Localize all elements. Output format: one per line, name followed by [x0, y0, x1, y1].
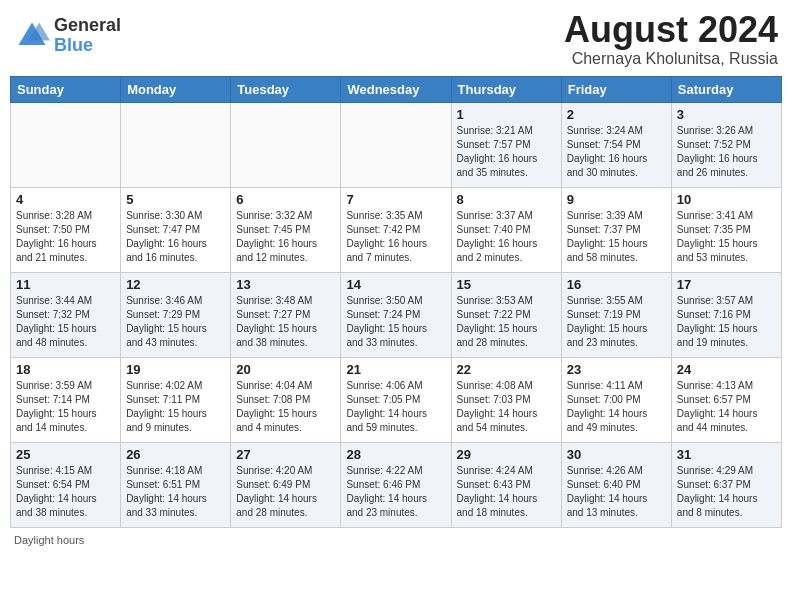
day-number: 22	[457, 362, 556, 377]
day-info: Sunrise: 3:50 AMSunset: 7:24 PMDaylight:…	[346, 294, 445, 350]
day-number: 2	[567, 107, 666, 122]
calendar-cell: 19Sunrise: 4:02 AMSunset: 7:11 PMDayligh…	[121, 357, 231, 442]
day-number: 5	[126, 192, 225, 207]
calendar-header-saturday: Saturday	[671, 76, 781, 102]
day-info: Sunrise: 3:44 AMSunset: 7:32 PMDaylight:…	[16, 294, 115, 350]
calendar-cell: 9Sunrise: 3:39 AMSunset: 7:37 PMDaylight…	[561, 187, 671, 272]
calendar-cell	[121, 102, 231, 187]
calendar-header-monday: Monday	[121, 76, 231, 102]
day-number: 23	[567, 362, 666, 377]
day-number: 10	[677, 192, 776, 207]
logo-general-text: General	[54, 16, 121, 36]
day-info: Sunrise: 3:46 AMSunset: 7:29 PMDaylight:…	[126, 294, 225, 350]
calendar-cell: 12Sunrise: 3:46 AMSunset: 7:29 PMDayligh…	[121, 272, 231, 357]
title-section: August 2024 Chernaya Kholunitsa, Russia	[564, 10, 778, 68]
calendar-cell: 20Sunrise: 4:04 AMSunset: 7:08 PMDayligh…	[231, 357, 341, 442]
calendar-cell: 16Sunrise: 3:55 AMSunset: 7:19 PMDayligh…	[561, 272, 671, 357]
day-number: 14	[346, 277, 445, 292]
logo-text: General Blue	[54, 16, 121, 56]
day-number: 19	[126, 362, 225, 377]
day-info: Sunrise: 4:22 AMSunset: 6:46 PMDaylight:…	[346, 464, 445, 520]
day-info: Sunrise: 3:28 AMSunset: 7:50 PMDaylight:…	[16, 209, 115, 265]
day-number: 7	[346, 192, 445, 207]
day-info: Sunrise: 3:55 AMSunset: 7:19 PMDaylight:…	[567, 294, 666, 350]
calendar-cell: 2Sunrise: 3:24 AMSunset: 7:54 PMDaylight…	[561, 102, 671, 187]
logo: General Blue	[14, 16, 121, 56]
daylight-hours-label: Daylight hours	[14, 534, 84, 546]
calendar-cell: 25Sunrise: 4:15 AMSunset: 6:54 PMDayligh…	[11, 442, 121, 527]
calendar-cell	[341, 102, 451, 187]
month-year-title: August 2024	[564, 10, 778, 50]
footer-note: Daylight hours	[10, 534, 782, 546]
day-number: 26	[126, 447, 225, 462]
calendar-header-wednesday: Wednesday	[341, 76, 451, 102]
day-number: 20	[236, 362, 335, 377]
day-info: Sunrise: 3:37 AMSunset: 7:40 PMDaylight:…	[457, 209, 556, 265]
calendar-header-tuesday: Tuesday	[231, 76, 341, 102]
day-info: Sunrise: 4:08 AMSunset: 7:03 PMDaylight:…	[457, 379, 556, 435]
day-number: 1	[457, 107, 556, 122]
calendar-cell: 24Sunrise: 4:13 AMSunset: 6:57 PMDayligh…	[671, 357, 781, 442]
day-info: Sunrise: 3:39 AMSunset: 7:37 PMDaylight:…	[567, 209, 666, 265]
calendar-cell: 18Sunrise: 3:59 AMSunset: 7:14 PMDayligh…	[11, 357, 121, 442]
day-info: Sunrise: 3:21 AMSunset: 7:57 PMDaylight:…	[457, 124, 556, 180]
day-number: 15	[457, 277, 556, 292]
day-number: 24	[677, 362, 776, 377]
calendar-cell: 31Sunrise: 4:29 AMSunset: 6:37 PMDayligh…	[671, 442, 781, 527]
calendar-header-thursday: Thursday	[451, 76, 561, 102]
day-number: 18	[16, 362, 115, 377]
day-info: Sunrise: 3:41 AMSunset: 7:35 PMDaylight:…	[677, 209, 776, 265]
day-info: Sunrise: 3:48 AMSunset: 7:27 PMDaylight:…	[236, 294, 335, 350]
day-number: 8	[457, 192, 556, 207]
calendar-week-row: 1Sunrise: 3:21 AMSunset: 7:57 PMDaylight…	[11, 102, 782, 187]
day-info: Sunrise: 4:06 AMSunset: 7:05 PMDaylight:…	[346, 379, 445, 435]
calendar-cell: 29Sunrise: 4:24 AMSunset: 6:43 PMDayligh…	[451, 442, 561, 527]
calendar-cell: 10Sunrise: 3:41 AMSunset: 7:35 PMDayligh…	[671, 187, 781, 272]
day-number: 6	[236, 192, 335, 207]
calendar-cell: 6Sunrise: 3:32 AMSunset: 7:45 PMDaylight…	[231, 187, 341, 272]
calendar-cell: 4Sunrise: 3:28 AMSunset: 7:50 PMDaylight…	[11, 187, 121, 272]
calendar-cell: 11Sunrise: 3:44 AMSunset: 7:32 PMDayligh…	[11, 272, 121, 357]
calendar-table: SundayMondayTuesdayWednesdayThursdayFrid…	[10, 76, 782, 528]
calendar-cell	[231, 102, 341, 187]
calendar-cell: 7Sunrise: 3:35 AMSunset: 7:42 PMDaylight…	[341, 187, 451, 272]
day-info: Sunrise: 4:18 AMSunset: 6:51 PMDaylight:…	[126, 464, 225, 520]
day-number: 11	[16, 277, 115, 292]
day-number: 17	[677, 277, 776, 292]
day-info: Sunrise: 4:29 AMSunset: 6:37 PMDaylight:…	[677, 464, 776, 520]
calendar-cell: 13Sunrise: 3:48 AMSunset: 7:27 PMDayligh…	[231, 272, 341, 357]
day-info: Sunrise: 4:15 AMSunset: 6:54 PMDaylight:…	[16, 464, 115, 520]
day-number: 13	[236, 277, 335, 292]
day-number: 16	[567, 277, 666, 292]
day-info: Sunrise: 4:11 AMSunset: 7:00 PMDaylight:…	[567, 379, 666, 435]
day-info: Sunrise: 3:26 AMSunset: 7:52 PMDaylight:…	[677, 124, 776, 180]
day-info: Sunrise: 4:26 AMSunset: 6:40 PMDaylight:…	[567, 464, 666, 520]
location-subtitle: Chernaya Kholunitsa, Russia	[564, 50, 778, 68]
calendar-cell: 3Sunrise: 3:26 AMSunset: 7:52 PMDaylight…	[671, 102, 781, 187]
day-info: Sunrise: 3:35 AMSunset: 7:42 PMDaylight:…	[346, 209, 445, 265]
calendar-cell: 26Sunrise: 4:18 AMSunset: 6:51 PMDayligh…	[121, 442, 231, 527]
day-info: Sunrise: 3:53 AMSunset: 7:22 PMDaylight:…	[457, 294, 556, 350]
calendar-cell: 30Sunrise: 4:26 AMSunset: 6:40 PMDayligh…	[561, 442, 671, 527]
day-number: 9	[567, 192, 666, 207]
calendar-week-row: 25Sunrise: 4:15 AMSunset: 6:54 PMDayligh…	[11, 442, 782, 527]
calendar-week-row: 4Sunrise: 3:28 AMSunset: 7:50 PMDaylight…	[11, 187, 782, 272]
calendar-header-friday: Friday	[561, 76, 671, 102]
day-number: 21	[346, 362, 445, 377]
day-number: 3	[677, 107, 776, 122]
logo-blue-text: Blue	[54, 36, 121, 56]
calendar-cell: 28Sunrise: 4:22 AMSunset: 6:46 PMDayligh…	[341, 442, 451, 527]
calendar-header-row: SundayMondayTuesdayWednesdayThursdayFrid…	[11, 76, 782, 102]
calendar-cell: 21Sunrise: 4:06 AMSunset: 7:05 PMDayligh…	[341, 357, 451, 442]
calendar-cell: 5Sunrise: 3:30 AMSunset: 7:47 PMDaylight…	[121, 187, 231, 272]
calendar-week-row: 11Sunrise: 3:44 AMSunset: 7:32 PMDayligh…	[11, 272, 782, 357]
day-number: 31	[677, 447, 776, 462]
day-number: 27	[236, 447, 335, 462]
calendar-cell: 1Sunrise: 3:21 AMSunset: 7:57 PMDaylight…	[451, 102, 561, 187]
calendar-cell: 17Sunrise: 3:57 AMSunset: 7:16 PMDayligh…	[671, 272, 781, 357]
day-info: Sunrise: 3:59 AMSunset: 7:14 PMDaylight:…	[16, 379, 115, 435]
day-info: Sunrise: 3:57 AMSunset: 7:16 PMDaylight:…	[677, 294, 776, 350]
day-number: 12	[126, 277, 225, 292]
day-number: 29	[457, 447, 556, 462]
day-info: Sunrise: 4:13 AMSunset: 6:57 PMDaylight:…	[677, 379, 776, 435]
